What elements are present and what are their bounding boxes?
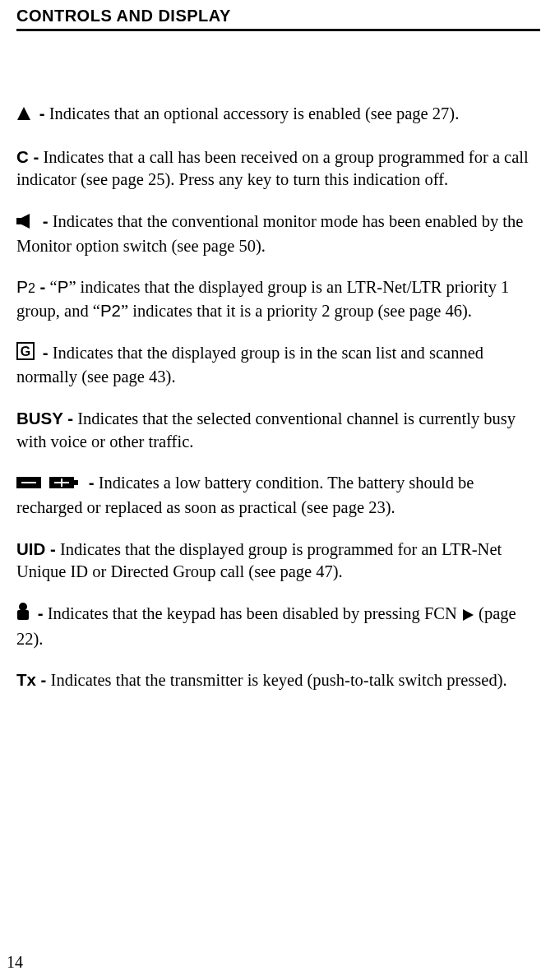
p-inline-1: P	[58, 277, 69, 296]
play-icon	[461, 607, 474, 625]
speaker-text: Indicates that the conventional monitor …	[16, 212, 523, 255]
page-number: 14	[7, 953, 23, 972]
dash: -	[35, 277, 46, 296]
svg-rect-12	[17, 610, 29, 620]
item-busy: BUSY - Indicates that the selected conve…	[16, 407, 540, 453]
item-c: C - Indicates that a call has been recei…	[16, 146, 540, 192]
lock-icon	[16, 603, 30, 627]
svg-text:G: G	[21, 344, 30, 358]
p2-t3: ” indicates that it is a priority 2 grou…	[121, 302, 472, 320]
speaker-icon	[16, 212, 35, 235]
header-rule	[16, 29, 540, 31]
svg-marker-2	[21, 214, 30, 229]
dash: -	[38, 343, 49, 362]
item-tx: Tx - Indicates that the transmitter is k…	[16, 668, 540, 692]
item-g: G - Indicates that the displayed group i…	[16, 341, 540, 389]
accessory-text: Indicates that an optional accessory is …	[45, 104, 460, 122]
section-title: CONTROLS AND DISPLAY	[16, 7, 540, 25]
content: - Indicates that an optional accessory i…	[16, 102, 540, 692]
item-lock: - Indicates that the keypad has been dis…	[16, 602, 540, 650]
svg-rect-9	[61, 478, 62, 487]
triangle-icon	[16, 104, 31, 127]
dash: -	[33, 603, 44, 622]
svg-rect-10	[74, 480, 78, 485]
uid-text: Indicates that the displayed group is pr…	[16, 540, 502, 581]
item-accessory: - Indicates that an optional accessory i…	[16, 102, 540, 127]
page: CONTROLS AND DISPLAY - Indicates that an…	[0, 0, 555, 980]
lock-t1: Indicates that the keypad has been disab…	[44, 604, 461, 622]
p-inline-2: P2	[100, 301, 121, 320]
svg-marker-0	[17, 107, 30, 120]
tx-lead: Tx -	[16, 670, 46, 689]
g-text: Indicates that the displayed group is in…	[16, 344, 483, 386]
item-battery: - Indicates a low battery condition. The…	[16, 471, 540, 519]
item-speaker: - Indicates that the conventional monito…	[16, 210, 540, 257]
dash: -	[84, 473, 95, 492]
boxed-g-icon: G	[16, 342, 35, 367]
dash: -	[35, 104, 45, 122]
busy-lead: BUSY -	[16, 409, 73, 428]
busy-text: Indicates that the selected conventional…	[16, 409, 516, 451]
p2-t1: “	[45, 278, 57, 296]
dash: -	[38, 211, 49, 230]
c-lead: C -	[16, 147, 39, 166]
svg-marker-13	[463, 609, 474, 621]
c-text: Indicates that a call has been received …	[16, 148, 529, 189]
p2-lead: P2	[16, 277, 35, 296]
svg-rect-1	[16, 218, 21, 224]
svg-rect-6	[21, 482, 36, 483]
item-uid: UID - Indicates that the displayed group…	[16, 538, 540, 584]
uid-lead: UID -	[16, 539, 56, 558]
battery-icon	[16, 474, 81, 497]
tx-text: Indicates that the transmitter is keyed …	[46, 671, 506, 689]
item-p2: P2 - “P” indicates that the displayed gr…	[16, 275, 540, 322]
svg-point-11	[19, 603, 27, 611]
